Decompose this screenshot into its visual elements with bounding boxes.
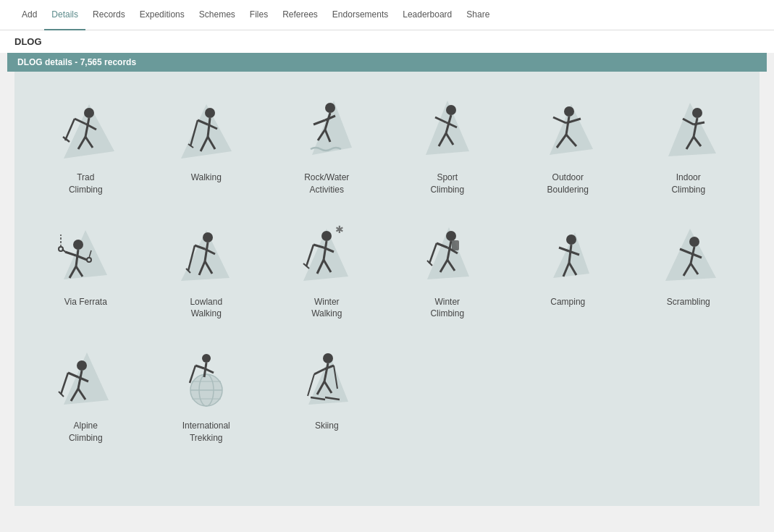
activity-indoor-climbing[interactable]: IndoorClimbing bbox=[632, 86, 746, 203]
svg-point-68 bbox=[321, 231, 332, 241]
svg-point-19 bbox=[325, 103, 335, 113]
international-trekking-icon bbox=[170, 345, 243, 410]
sport-climbing-icon bbox=[411, 97, 484, 162]
svg-line-108 bbox=[61, 373, 68, 394]
activity-camping[interactable]: Camping bbox=[511, 211, 625, 328]
bouldering-label: OutdoorBouldering bbox=[547, 172, 589, 196]
nav-details[interactable]: Details bbox=[44, 0, 85, 30]
nav-endorsements[interactable]: Endorsements bbox=[325, 0, 395, 30]
svg-point-95 bbox=[689, 237, 699, 247]
alpine-climbing-label: AlpineClimbing bbox=[69, 420, 103, 444]
walking-icon bbox=[170, 97, 243, 162]
nav-files[interactable]: Files bbox=[243, 0, 275, 30]
top-navigation: Add Details Records Expeditions Schemes … bbox=[0, 0, 774, 30]
svg-point-33 bbox=[564, 106, 574, 117]
svg-point-47 bbox=[73, 240, 83, 250]
activity-walking[interactable]: Walking bbox=[150, 86, 264, 203]
activity-lowland-walking[interactable]: LowlandWalking bbox=[150, 211, 264, 328]
sport-climbing-label: SportClimbing bbox=[430, 172, 464, 196]
indoor-climbing-icon bbox=[652, 97, 725, 162]
content-area: TradClimbing bbox=[14, 72, 760, 506]
page-title: DLOG bbox=[0, 30, 774, 53]
via-ferrata-label: Via Ferrata bbox=[64, 296, 107, 308]
walking-label: Walking bbox=[191, 172, 222, 184]
nav-share[interactable]: Share bbox=[459, 0, 497, 30]
activity-rockwater[interactable]: Rock/WaterActivities bbox=[270, 86, 384, 203]
activity-sport-climbing[interactable]: SportClimbing bbox=[391, 86, 505, 203]
svg-rect-79 bbox=[452, 240, 459, 250]
rockwater-label: Rock/WaterActivities bbox=[304, 172, 349, 196]
trad-climbing-icon bbox=[49, 97, 122, 162]
camping-icon bbox=[531, 221, 604, 287]
indoor-climbing-label: IndoorClimbing bbox=[671, 172, 705, 196]
alpine-climbing-icon bbox=[49, 345, 122, 410]
winter-walking-label: WinterWalking bbox=[311, 296, 342, 321]
winter-climbing-label: WinterClimbing bbox=[430, 296, 464, 321]
svg-point-59 bbox=[203, 232, 213, 242]
svg-point-10 bbox=[205, 108, 215, 118]
trad-climbing-label: TradClimbing bbox=[69, 172, 103, 196]
activity-international-trekking[interactable]: InternationalTrekking bbox=[150, 334, 264, 452]
activity-alpine-climbing[interactable]: AlpineClimbing bbox=[29, 334, 143, 452]
svg-marker-94 bbox=[665, 229, 716, 281]
svg-line-117 bbox=[195, 366, 204, 368]
section-header: DLOG details - 7,565 records bbox=[7, 53, 767, 72]
nav-expeditions[interactable]: Expeditions bbox=[132, 0, 192, 30]
via-ferrata-icon bbox=[49, 221, 122, 287]
svg-marker-39 bbox=[668, 103, 716, 156]
skiing-label: Skiing bbox=[315, 420, 339, 432]
activity-via-ferrata[interactable]: Via Ferrata bbox=[29, 211, 143, 328]
svg-line-21 bbox=[314, 120, 325, 124]
svg-point-78 bbox=[446, 231, 456, 241]
skiing-icon bbox=[290, 345, 363, 410]
activity-trad-climbing[interactable]: TradClimbing bbox=[29, 86, 143, 203]
activity-bouldering[interactable]: OutdoorBouldering bbox=[511, 86, 625, 203]
svg-text:✱: ✱ bbox=[335, 224, 344, 235]
activity-scrambling[interactable]: Scrambling bbox=[632, 211, 746, 328]
bouldering-icon bbox=[531, 97, 604, 162]
international-trekking-label: InternationalTrekking bbox=[182, 420, 230, 444]
svg-point-54 bbox=[59, 247, 63, 251]
camping-label: Camping bbox=[550, 296, 585, 308]
activity-skiing[interactable]: Skiing bbox=[270, 334, 384, 452]
svg-marker-46 bbox=[64, 230, 107, 279]
svg-line-35 bbox=[553, 117, 566, 123]
svg-line-127 bbox=[308, 374, 314, 396]
lowland-walking-icon bbox=[170, 221, 243, 287]
svg-point-1 bbox=[84, 108, 94, 118]
lowland-walking-label: LowlandWalking bbox=[190, 296, 222, 321]
svg-point-102 bbox=[77, 360, 87, 371]
svg-point-121 bbox=[323, 353, 333, 363]
scrambling-label: Scrambling bbox=[667, 296, 710, 308]
svg-point-88 bbox=[566, 235, 576, 245]
svg-marker-101 bbox=[64, 352, 109, 405]
rockwater-icon bbox=[290, 97, 363, 162]
activity-winter-climbing[interactable]: WinterClimbing bbox=[391, 211, 505, 328]
nav-leaderboard[interactable]: Leaderboard bbox=[395, 0, 459, 30]
winter-walking-icon: ✱ bbox=[290, 221, 363, 287]
svg-line-7 bbox=[65, 119, 75, 140]
nav-add[interactable]: Add bbox=[14, 0, 44, 30]
activity-grid: TradClimbing bbox=[29, 86, 745, 452]
svg-point-40 bbox=[692, 108, 702, 118]
nav-referees[interactable]: Referees bbox=[275, 0, 325, 30]
svg-line-104 bbox=[68, 373, 78, 377]
svg-point-26 bbox=[446, 105, 456, 115]
activity-winter-walking[interactable]: ✱ WinterWalking bbox=[270, 211, 384, 328]
scrambling-icon bbox=[652, 221, 725, 287]
winter-climbing-icon bbox=[411, 221, 484, 287]
svg-point-115 bbox=[202, 354, 211, 363]
nav-records[interactable]: Records bbox=[85, 0, 132, 30]
nav-schemes[interactable]: Schemes bbox=[192, 0, 243, 30]
svg-line-49 bbox=[65, 252, 76, 256]
